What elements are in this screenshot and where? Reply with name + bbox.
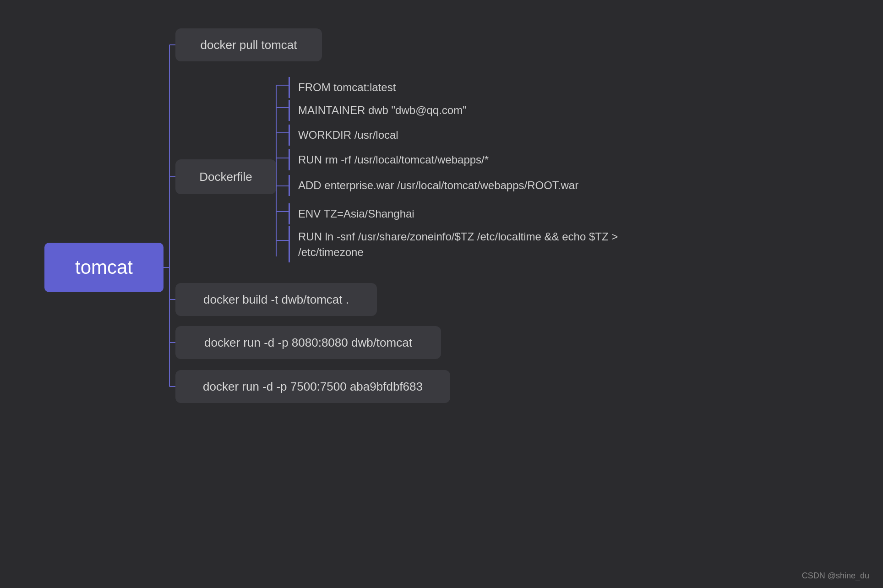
df-item-6: ENV TZ=Asia/Shanghai [289, 203, 554, 224]
df-item-2-text: MAINTAINER dwb "dwb@qq.com" [298, 104, 467, 116]
df-item-5-text: ADD enterprise.war /usr/local/tomcat/web… [298, 179, 578, 191]
root-node: tomcat [44, 243, 164, 292]
df-item-4: RUN rm -rf /usr/local/tomcat/webapps/* [289, 149, 618, 170]
docker-pull-box: docker pull tomcat [175, 28, 322, 61]
df-item-1: FROM tomcat:latest [289, 77, 527, 98]
docker-build-box: docker build -t dwb/tomcat . [175, 283, 377, 316]
df-item-1-text: FROM tomcat:latest [298, 81, 396, 93]
docker-run2-box: docker run -d -p 7500:7500 aba9bfdbf683 [175, 370, 450, 403]
docker-run2-label: docker run -d -p 7500:7500 aba9bfdbf683 [203, 378, 423, 395]
docker-run1-label: docker run -d -p 8080:8080 dwb/tomcat [204, 334, 412, 351]
dockerfile-box: Dockerfile [175, 159, 276, 194]
df-item-7-text: RUN ln -snf /usr/share/zoneinfo/$TZ /etc… [298, 230, 618, 258]
diagram: tomcat docker pull tomcat Dockerfile FRO… [0, 0, 883, 588]
docker-pull-label: docker pull tomcat [201, 37, 297, 53]
df-item-3: WORKDIR /usr/local [289, 125, 527, 146]
df-item-4-text: RUN rm -rf /usr/local/tomcat/webapps/* [298, 153, 489, 166]
df-item-5: ADD enterprise.war /usr/local/tomcat/web… [289, 175, 701, 196]
root-label: tomcat [75, 256, 133, 278]
df-item-7: RUN ln -snf /usr/share/zoneinfo/$TZ /etc… [289, 226, 737, 262]
docker-run1-box: docker run -d -p 8080:8080 dwb/tomcat [175, 326, 441, 359]
docker-build-label: docker build -t dwb/tomcat . [203, 291, 349, 308]
df-item-6-text: ENV TZ=Asia/Shanghai [298, 207, 414, 220]
watermark: CSDN @shine_du [802, 571, 869, 581]
df-item-2: MAINTAINER dwb "dwb@qq.com" [289, 100, 572, 121]
dockerfile-label: Dockerfile [199, 169, 252, 185]
df-item-3-text: WORKDIR /usr/local [298, 129, 398, 141]
